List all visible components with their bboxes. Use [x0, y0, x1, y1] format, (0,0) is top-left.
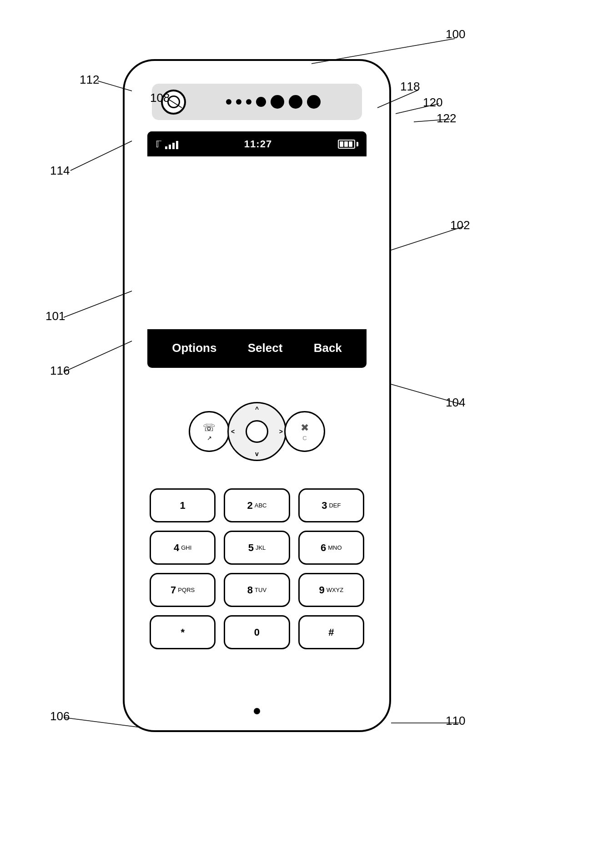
bar-4 [176, 141, 178, 149]
key-8[interactable]: 8 TUV [224, 573, 290, 607]
end-call-button[interactable]: ✖ C [284, 411, 325, 452]
key-row-4: * 0 # [150, 615, 364, 649]
d-pad-right[interactable]: > [279, 428, 283, 435]
label-104: 104 [446, 396, 465, 410]
key-hash[interactable]: # [298, 615, 364, 649]
dot-4 [256, 97, 266, 107]
battery-body [338, 140, 355, 149]
dot-3 [246, 99, 251, 105]
battery-seg-2 [344, 141, 348, 147]
bar-2 [169, 145, 171, 149]
key-2[interactable]: 2 ABC [224, 488, 290, 522]
dot-2 [236, 99, 241, 105]
softkey-select[interactable]: Select [248, 341, 283, 355]
nav-cluster: ☏ ↗ ^ v < > ✖ C [189, 386, 325, 477]
call-button[interactable]: ☏ ↗ [189, 411, 230, 452]
battery-tip [357, 142, 358, 146]
keypad: 1 2 ABC 3 DEF 4 GHI 5 JKL [150, 488, 364, 657]
signal-area: ℾ [156, 139, 178, 150]
dot-6 [289, 95, 302, 109]
svg-line-8 [64, 291, 132, 317]
battery-icon [338, 140, 358, 149]
label-120: 120 [423, 95, 442, 110]
key-4[interactable]: 4 GHI [150, 531, 216, 565]
label-112: 112 [80, 73, 99, 87]
key-3[interactable]: 3 DEF [298, 488, 364, 522]
key-6[interactable]: 6 MNO [298, 531, 364, 565]
sensor-dots [193, 95, 353, 109]
screen-content [147, 156, 367, 329]
d-pad-center[interactable] [246, 420, 268, 443]
label-108: 108 [150, 91, 170, 105]
bar-3 [172, 143, 175, 149]
key-row-3: 7 PQRS 8 TUV 9 WXYZ [150, 573, 364, 607]
softkey-back[interactable]: Back [314, 341, 342, 355]
key-star[interactable]: * [150, 615, 216, 649]
battery-seg-3 [349, 141, 352, 147]
d-pad[interactable]: ^ v < > [227, 402, 286, 461]
label-106: 106 [50, 709, 70, 723]
label-122: 122 [437, 111, 456, 125]
signal-bars [165, 139, 178, 149]
dot-1 [226, 99, 231, 105]
softkey-bar: Options Select Back [147, 329, 367, 366]
bottom-dot [254, 708, 260, 714]
label-116: 116 [50, 364, 70, 378]
key-row-1: 1 2 ABC 3 DEF [150, 488, 364, 522]
d-pad-down[interactable]: v [255, 450, 259, 457]
key-7[interactable]: 7 PQRS [150, 573, 216, 607]
label-114: 114 [50, 164, 70, 178]
key-0[interactable]: 0 [224, 615, 290, 649]
diagram-container: ℾ 11:27 [0, 0, 598, 868]
label-102: 102 [450, 218, 470, 232]
top-sensor-area [152, 84, 362, 120]
d-pad-up[interactable]: ^ [255, 406, 259, 413]
softkey-options[interactable]: Options [172, 341, 216, 355]
battery-seg-1 [340, 141, 343, 147]
label-101: 101 [45, 309, 65, 323]
key-1[interactable]: 1 [150, 488, 216, 522]
key-5[interactable]: 5 JKL [224, 531, 290, 565]
signal-icon: ℾ [156, 139, 161, 150]
bar-1 [165, 146, 167, 149]
dot-7 [307, 95, 321, 109]
status-bar: ℾ 11:27 [147, 131, 367, 156]
svg-line-9 [64, 341, 132, 372]
screen-area: ℾ 11:27 [147, 131, 367, 368]
label-118: 118 [400, 80, 420, 94]
label-110: 110 [446, 714, 465, 728]
label-100: 100 [446, 27, 465, 41]
time-display: 11:27 [244, 138, 272, 150]
key-9[interactable]: 9 WXYZ [298, 573, 364, 607]
key-row-2: 4 GHI 5 JKL 6 MNO [150, 531, 364, 565]
dot-5 [271, 95, 284, 109]
d-pad-left[interactable]: < [231, 428, 235, 435]
phone-body: ℾ 11:27 [123, 59, 391, 732]
